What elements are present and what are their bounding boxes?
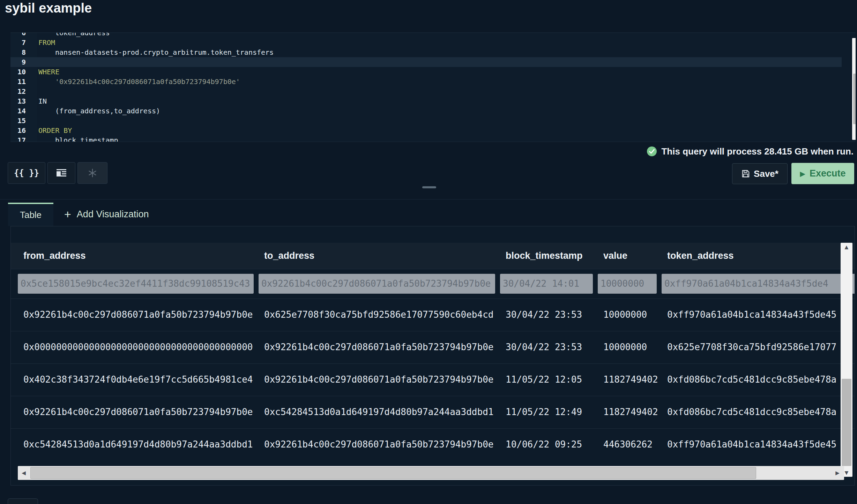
- line-number: 13: [10, 97, 26, 105]
- save-button[interactable]: Save*: [732, 163, 788, 184]
- snowflake-icon: [88, 168, 97, 178]
- line-number: 8: [10, 48, 26, 57]
- bottom-partial-button[interactable]: [8, 498, 38, 504]
- execute-button[interactable]: ▶ Execute: [791, 163, 854, 184]
- add-visualization-label: Add Visualization: [77, 209, 149, 220]
- cell-block-timestamp: 30/04/22 23:53: [500, 299, 598, 331]
- editor-line: 11'0x92261b4c00c297d086071a0fa50b723794b…: [10, 77, 842, 86]
- table-row-selected[interactable]: 0x5ce158015e9bc4ec32ef4411f38dc99108519c…: [11, 269, 855, 299]
- editor-line: 12: [10, 86, 842, 96]
- plus-icon: +: [64, 208, 71, 221]
- check-circle-icon: [647, 146, 657, 157]
- execute-button-label: Execute: [810, 168, 846, 179]
- table-header-row: from_address to_address block_timestamp …: [11, 243, 855, 269]
- format-query-button[interactable]: [47, 162, 75, 184]
- code-keyword: FROM: [38, 38, 55, 47]
- editor-line: 16ORDER BY: [10, 126, 842, 135]
- cell-token-address: 0xfd086bc7cd5c481dcc9c85ebe478a: [662, 396, 855, 428]
- editor-line: 8nansen-datasets-prod.crypto_arbitrum.to…: [10, 47, 842, 57]
- selected-cell[interactable]: 0x5ce158015e9bc4ec32ef4411f38dc99108519c…: [18, 274, 254, 294]
- cell-to-address: 0x92261b4c00c297d086071a0fa50b723794b97b…: [259, 429, 500, 461]
- cell-token-address: 0xff970a61a04b1ca14834a43f5de45: [662, 429, 855, 461]
- app-root: sybil example 6token_address 7FROM 8nans…: [0, 0, 857, 504]
- scroll-right-icon[interactable]: ▶: [832, 466, 843, 480]
- horizontal-scrollbar-thumb[interactable]: [30, 467, 756, 479]
- code-text: (from_address,to_address): [55, 107, 160, 115]
- column-header-from-address[interactable]: from_address: [18, 243, 259, 269]
- table-scrollbar-thumb[interactable]: [842, 379, 851, 466]
- editor-line: 10WHERE: [10, 67, 842, 77]
- section-divider: [0, 199, 857, 200]
- play-icon: ▶: [800, 170, 805, 178]
- code-text: block_timestamp: [55, 136, 118, 142]
- cell-value: 10000000: [598, 299, 662, 331]
- cell-value: 1182749402: [598, 396, 662, 428]
- cell-token-address: 0x625e7708f30ca75bfd92586e17077: [662, 331, 855, 363]
- selected-cell[interactable]: 30/04/22 14:01: [500, 274, 593, 294]
- scroll-left-icon[interactable]: ◀: [18, 466, 30, 480]
- cell-from-address: 0xc54284513d0a1d649197d4d80b97a244aa3ddb…: [18, 429, 259, 461]
- line-number: 16: [10, 126, 26, 135]
- table-row[interactable]: 0x92261b4c00c297d086071a0fa50b723794b97b…: [11, 396, 855, 428]
- editor-line: 14(from_address,to_address): [10, 106, 842, 116]
- cell-block-timestamp: 30/04/22 23:53: [500, 331, 598, 363]
- scroll-up-icon[interactable]: ▲: [852, 39, 856, 46]
- line-number: 9: [10, 58, 26, 66]
- editor-line: 7FROM: [10, 38, 842, 47]
- editor-line: 6token_address: [10, 32, 842, 38]
- line-number: 14: [10, 107, 26, 115]
- cell-token-address: 0xfd086bc7cd5c481dcc9c85ebe478a: [662, 364, 855, 396]
- selected-cell[interactable]: 0xff970a61a04b1ca14834a43f5de4: [662, 274, 855, 294]
- selected-cell[interactable]: 10000000: [598, 274, 657, 294]
- code-string: '0x92261b4c00c297d086071a0fa50b723794b97…: [55, 77, 240, 86]
- table-row[interactable]: 0xc54284513d0a1d649197d4d80b97a244aa3ddb…: [11, 428, 855, 461]
- cell-value: 446306262: [598, 429, 662, 461]
- table-row[interactable]: 0x00000000000000000000000000000000000000…: [11, 331, 855, 363]
- format-indent-icon: [56, 168, 67, 178]
- column-header-value[interactable]: value: [598, 243, 662, 269]
- autocomplete-button[interactable]: [77, 162, 107, 184]
- sql-editor[interactable]: 6token_address 7FROM 8nansen-datasets-pr…: [10, 32, 856, 142]
- tab-table[interactable]: Table: [8, 203, 53, 226]
- save-button-label: Save*: [754, 168, 778, 179]
- line-number: 11: [10, 77, 26, 86]
- save-icon: [741, 169, 750, 178]
- table-row[interactable]: 0x92261b4c00c297d086071a0fa50b723794b97b…: [11, 299, 855, 331]
- line-number: 6: [10, 32, 26, 37]
- table-body: 0x92261b4c00c297d086071a0fa50b723794b97b…: [11, 299, 855, 461]
- editor-scrollbar-thumb[interactable]: [853, 74, 856, 124]
- cell-to-address: 0xc54284513d0a1d649197d4d80b97a244aa3ddb…: [259, 396, 500, 428]
- code-keyword: WHERE: [38, 68, 59, 76]
- column-header-to-address[interactable]: to_address: [259, 243, 500, 269]
- selected-cell[interactable]: 0x92261b4c00c297d086071a0fa50b723794b97b…: [259, 274, 495, 294]
- tab-table-label: Table: [20, 210, 42, 220]
- column-header-token-address[interactable]: token_address: [662, 243, 855, 269]
- resize-handle[interactable]: [422, 186, 436, 188]
- add-visualization-button[interactable]: + Add Visualization: [64, 203, 149, 226]
- table-horizontal-scrollbar[interactable]: ◀ ▶: [18, 466, 844, 480]
- scroll-up-icon[interactable]: ▲: [841, 243, 852, 250]
- code-text: IN: [38, 97, 47, 105]
- line-number: 12: [10, 87, 26, 96]
- editor-line: 17block_timestamp: [10, 135, 842, 142]
- cell-block-timestamp: 11/05/22 12:49: [500, 396, 598, 428]
- parameters-button[interactable]: {{ }}: [8, 162, 45, 184]
- table-row[interactable]: 0x402c38f343724f0db4e6e19f7cc5d665b4981c…: [11, 363, 855, 396]
- line-number: 7: [10, 38, 26, 47]
- editor-lines: 6token_address 7FROM 8nansen-datasets-pr…: [10, 32, 842, 142]
- cell-block-timestamp: 10/06/22 09:25: [500, 429, 598, 461]
- editor-toolbar: {{ }}: [8, 162, 107, 184]
- column-header-block-timestamp[interactable]: block_timestamp: [500, 243, 598, 269]
- editor-line: 15: [10, 116, 842, 126]
- cell-from-address: 0x402c38f343724f0db4e6e19f7cc5d665b4981c…: [18, 364, 259, 396]
- table-vertical-scrollbar[interactable]: ▲ ▼: [841, 243, 852, 477]
- cell-to-address: 0x625e7708f30ca75bfd92586e17077590c60eb4…: [259, 299, 500, 331]
- cell-token-address: 0xff970a61a04b1ca14834a43f5de45: [662, 299, 855, 331]
- code-text: token_address: [55, 32, 110, 37]
- editor-line: 13IN: [10, 96, 842, 106]
- scroll-down-icon[interactable]: ▼: [852, 132, 856, 139]
- status-message: This query will process 28.415 GB when r…: [661, 146, 854, 157]
- cell-from-address: 0x00000000000000000000000000000000000000…: [18, 331, 259, 363]
- editor-vertical-scrollbar[interactable]: ▲ ▼: [852, 38, 856, 140]
- page-title: sybil example: [5, 1, 92, 16]
